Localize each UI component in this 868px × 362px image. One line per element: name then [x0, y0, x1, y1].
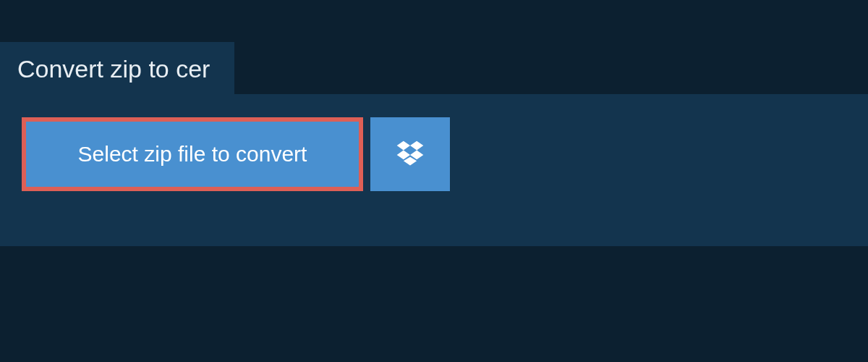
dropbox-icon — [394, 138, 426, 170]
dropbox-button[interactable] — [370, 117, 450, 191]
select-file-label: Select zip file to convert — [78, 142, 307, 167]
upload-panel: Select zip file to convert — [0, 94, 868, 246]
tab-convert[interactable]: Convert zip to cer — [0, 42, 234, 99]
tab-label: Convert zip to cer — [17, 55, 210, 83]
tab-bar: Convert zip to cer — [0, 42, 234, 99]
button-row: Select zip file to convert — [22, 117, 846, 191]
select-button-highlight: Select zip file to convert — [22, 117, 363, 191]
select-file-button[interactable]: Select zip file to convert — [26, 122, 359, 187]
